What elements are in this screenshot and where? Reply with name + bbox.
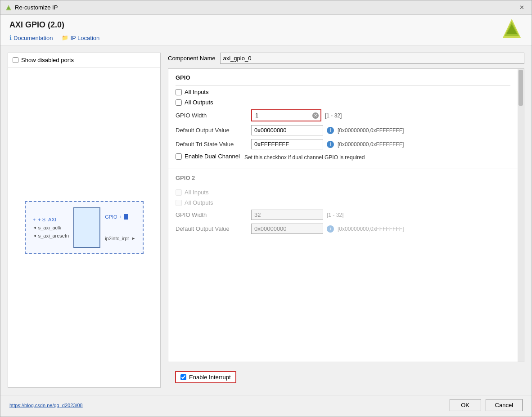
gpio2-default-output-input[interactable] bbox=[251, 224, 323, 234]
footer-link[interactable]: https://blog.csdn.ne/qq_d2023/08 bbox=[9, 403, 83, 408]
enable-dual-row: Enable Dual Channel bbox=[176, 153, 240, 160]
gpio-port: GPIO + bbox=[105, 214, 135, 220]
main-dialog: Re-customize IP ✕ AXI GPIO (2.0) ℹ Docum… bbox=[0, 0, 532, 417]
ip-location-link[interactable]: 📁 IP Location bbox=[62, 35, 99, 41]
default-output-row: Default Output Value i [0x00000000,0xFFF… bbox=[176, 125, 510, 135]
scrollbar-thumb[interactable] bbox=[518, 70, 523, 106]
default-output-label: Default Output Value bbox=[176, 127, 248, 134]
app-title: AXI GPIO (2.0) bbox=[9, 20, 99, 30]
gpio2-all-inputs-checkbox[interactable] bbox=[176, 189, 182, 196]
gpio-section: GPIO All Inputs All Outputs bbox=[168, 69, 518, 169]
footer-row: https://blog.csdn.ne/qq_d2023/08 OK Canc… bbox=[0, 395, 532, 417]
enable-interrupt-box: Enable Interrupt bbox=[175, 371, 236, 383]
s-axi-aclk-port: ◄ s_axi_aclk bbox=[33, 225, 69, 230]
all-inputs-label[interactable]: All Inputs bbox=[185, 89, 208, 95]
enable-interrupt-row: Enable Interrupt bbox=[168, 367, 524, 388]
gpio-width-range: [1 - 32] bbox=[325, 112, 342, 119]
gpio2-section: GPIO 2 All Inputs All Outputs bbox=[168, 169, 518, 243]
gpio2-default-output-range: [0x00000000,0xFFFFFFFF] bbox=[338, 226, 404, 232]
gpio-section-title: GPIO bbox=[176, 74, 510, 81]
default-tri-row: Default Tri State Value i [0x00000000,0x… bbox=[176, 139, 510, 149]
ok-button[interactable]: OK bbox=[450, 399, 481, 411]
all-outputs-checkbox[interactable] bbox=[176, 99, 182, 106]
default-tri-info-icon[interactable]: i bbox=[327, 141, 334, 148]
left-panel-header: Show disabled ports bbox=[8, 53, 160, 67]
dialog-title: Re-customize IP bbox=[15, 4, 58, 11]
title-bar: Re-customize IP ✕ bbox=[0, 0, 532, 15]
all-outputs-row: All Outputs bbox=[176, 99, 510, 106]
gpio-width-row: GPIO Width ✕ [1 - 32] bbox=[176, 109, 510, 121]
ip2intc-port: ip2intc_irpt ► bbox=[105, 236, 135, 241]
left-panel-content: + + S_AXI ◄ s_axi_aclk ◄ s_axi_aresetn bbox=[8, 67, 160, 387]
gpio2-all-outputs-label: All Outputs bbox=[185, 199, 213, 206]
gpio2-width-input[interactable] bbox=[251, 210, 323, 220]
default-output-range: [0x00000000,0xFFFFFFFF] bbox=[338, 127, 404, 134]
ip-block-diagram: + + S_AXI ◄ s_axi_aclk ◄ s_axi_aresetn bbox=[25, 201, 144, 254]
default-tri-label: Default Tri State Value bbox=[176, 141, 248, 148]
gpio2-width-label: GPIO Width bbox=[176, 211, 248, 218]
nav-bar: ℹ Documentation 📁 IP Location bbox=[9, 34, 99, 41]
enable-interrupt-label[interactable]: Enable Interrupt bbox=[189, 374, 231, 381]
gpio-width-input[interactable] bbox=[252, 111, 320, 120]
gpio-width-clear-button[interactable]: ✕ bbox=[312, 112, 319, 119]
all-inputs-checkbox[interactable] bbox=[176, 89, 182, 95]
component-name-label: Component Name bbox=[168, 55, 216, 62]
default-tri-input[interactable] bbox=[251, 139, 323, 149]
vivado-logo bbox=[501, 18, 523, 40]
gpio2-default-output-row: Default Output Value i [0x00000000,0xFFF… bbox=[176, 224, 510, 234]
default-output-info-icon[interactable]: i bbox=[327, 127, 334, 134]
dual-channel-tooltip: Set this checkbox if dual channel GPIO i… bbox=[244, 154, 365, 161]
gpio2-all-inputs-label: All Inputs bbox=[185, 189, 208, 196]
gpio2-width-range: [1 - 32] bbox=[327, 212, 343, 218]
s-axi-aresetn-port: ◄ s_axi_aresetn bbox=[33, 233, 69, 238]
scrollbar-track[interactable] bbox=[518, 69, 524, 362]
gpio2-default-output-info-icon: i bbox=[327, 225, 334, 233]
content-area: Show disabled ports + + S_AXI bbox=[0, 45, 532, 395]
show-disabled-ports-checkbox[interactable] bbox=[13, 57, 18, 63]
enable-dual-label[interactable]: Enable Dual Channel bbox=[185, 153, 240, 160]
default-output-input[interactable] bbox=[251, 125, 323, 135]
config-panel: GPIO All Inputs All Outputs bbox=[168, 68, 524, 362]
cancel-button[interactable]: Cancel bbox=[486, 399, 523, 411]
gpio2-default-output-label: Default Output Value bbox=[176, 225, 248, 232]
documentation-link[interactable]: ℹ Documentation bbox=[9, 34, 53, 41]
show-disabled-ports-label[interactable]: Show disabled ports bbox=[21, 57, 74, 63]
folder-icon: 📁 bbox=[62, 35, 68, 41]
gpio2-all-outputs-row: All Outputs bbox=[176, 199, 510, 206]
all-inputs-row: All Inputs bbox=[176, 89, 510, 95]
gpio2-section-title: GPIO 2 bbox=[176, 175, 510, 181]
s-axi-port: + + S_AXI bbox=[33, 217, 69, 222]
enable-interrupt-checkbox[interactable] bbox=[180, 374, 186, 380]
gpio2-width-row: GPIO Width [1 - 32] bbox=[176, 210, 510, 220]
gpio2-all-inputs-row: All Inputs bbox=[176, 189, 510, 196]
component-name-input[interactable] bbox=[220, 53, 525, 64]
left-panel: Show disabled ports + + S_AXI bbox=[8, 53, 161, 388]
close-button[interactable]: ✕ bbox=[516, 2, 527, 13]
header-area: AXI GPIO (2.0) ℹ Documentation 📁 IP Loca… bbox=[0, 15, 532, 45]
doc-icon: ℹ bbox=[9, 34, 12, 41]
gpio2-all-outputs-checkbox[interactable] bbox=[176, 200, 182, 206]
default-tri-range: [0x00000000,0xFFFFFFFF] bbox=[338, 141, 404, 148]
gpio-width-label: GPIO Width bbox=[176, 112, 248, 119]
title-bar-left: Re-customize IP bbox=[5, 4, 58, 11]
app-icon bbox=[5, 4, 12, 11]
enable-dual-checkbox[interactable] bbox=[176, 153, 182, 160]
all-outputs-label[interactable]: All Outputs bbox=[185, 99, 213, 106]
component-name-row: Component Name bbox=[168, 53, 524, 64]
right-panel: Component Name GPIO All Inputs bbox=[168, 53, 524, 388]
